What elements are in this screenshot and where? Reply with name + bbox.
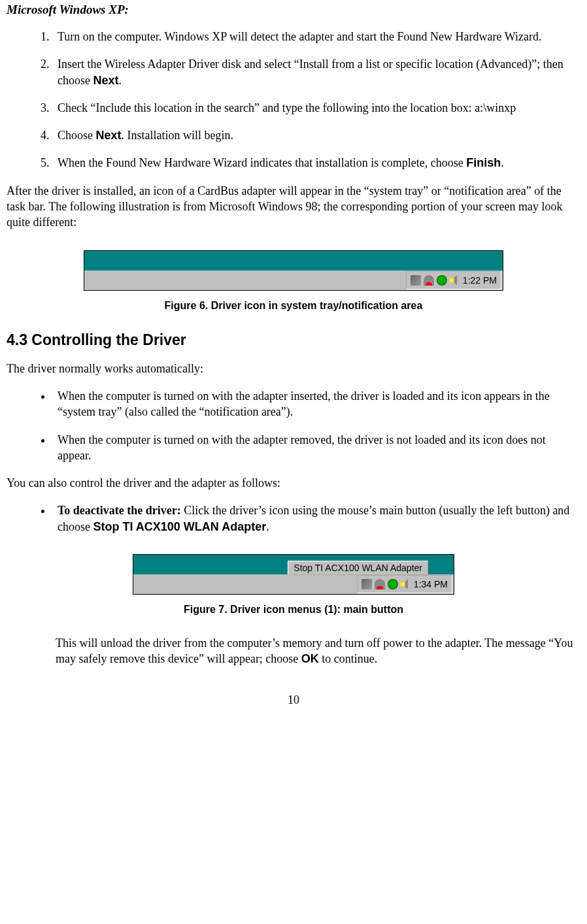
volume-icon bbox=[401, 579, 411, 589]
step-2-text-c: . bbox=[119, 74, 122, 87]
fig6-taskbar: 1:22 PM bbox=[84, 271, 503, 290]
bullet-removed: When the computer is turned on with the … bbox=[52, 432, 580, 464]
step-4-text-a: Choose bbox=[58, 129, 96, 142]
deactivate-lead: To deactivate the driver: bbox=[58, 504, 181, 517]
bullet-deactivate: To deactivate the driver: Click the driv… bbox=[52, 503, 580, 535]
figure-7-container: 1:34 PM Stop TI ACX100 WLAN Adapter bbox=[7, 554, 580, 595]
auto-paragraph: The driver normally works automatically: bbox=[7, 361, 580, 376]
deactivate-rest-c: . bbox=[266, 520, 269, 533]
step-2-next: Next bbox=[93, 74, 118, 87]
bullet-inserted-text: When the computer is turned on with the … bbox=[58, 389, 550, 418]
unload-ok: OK bbox=[301, 652, 319, 665]
cardbus-icon bbox=[411, 275, 421, 286]
step-5-text-c: . bbox=[501, 156, 504, 169]
step-1-text: Turn on the computer. Windows XP will de… bbox=[58, 30, 541, 43]
step-3: Check “Include this location in the sear… bbox=[52, 100, 580, 116]
cardbus-icon bbox=[361, 579, 372, 589]
figure-6-caption: Figure 6. Driver icon in system tray/not… bbox=[7, 300, 580, 312]
fig6-titlebar bbox=[84, 251, 503, 271]
fig7-context-menu: Stop TI ACX100 WLAN Adapter bbox=[288, 561, 428, 575]
fig7-clock: 1:34 PM bbox=[414, 579, 448, 589]
step-1: Turn on the computer. Windows XP will de… bbox=[52, 29, 580, 44]
step-5-text-a: When the Found New Hardware Wizard indic… bbox=[58, 156, 466, 169]
volume-icon bbox=[450, 275, 460, 286]
step-5: When the Found New Hardware Wizard indic… bbox=[52, 155, 580, 171]
unload-c: to continue. bbox=[319, 652, 377, 665]
install-steps: Turn on the computer. Windows XP will de… bbox=[7, 29, 580, 171]
section-4-3-heading: 4.3 Controlling the Driver bbox=[7, 331, 580, 349]
fig7-systray: 1:34 PM bbox=[357, 575, 452, 593]
fig7-taskbar: 1:34 PM bbox=[133, 574, 454, 594]
step-3-text: Check “Include this location in the sear… bbox=[58, 101, 516, 114]
page-number: 10 bbox=[7, 693, 580, 707]
unload-paragraph: This will unload the driver from the com… bbox=[56, 635, 580, 667]
step-4-next: Next bbox=[96, 129, 122, 142]
step-2: Insert the Wireless Adapter Driver disk … bbox=[52, 56, 580, 88]
os-heading: Microsoft Windows XP: bbox=[7, 3, 580, 17]
bullet-removed-text: When the computer is turned on with the … bbox=[58, 433, 546, 462]
step-5-finish: Finish bbox=[466, 156, 501, 169]
figure-6-container: 1:22 PM bbox=[7, 250, 580, 291]
step-4-text-c: . Installation will begin. bbox=[122, 129, 233, 142]
deactivate-stop-label: Stop TI ACX100 WLAN Adapter bbox=[93, 520, 266, 533]
step-4: Choose Next. Installation will begin. bbox=[52, 127, 580, 143]
figure-6-image: 1:22 PM bbox=[84, 250, 503, 291]
auto-bullets: When the computer is turned on with the … bbox=[7, 388, 580, 463]
fig6-systray: 1:22 PM bbox=[406, 271, 501, 289]
bullet-inserted: When the computer is turned on with the … bbox=[52, 388, 580, 420]
after-install-para: After the driver is installed, an icon o… bbox=[7, 183, 580, 231]
fig6-clock: 1:22 PM bbox=[463, 275, 497, 286]
network-icon bbox=[437, 275, 447, 286]
control-bullets: To deactivate the driver: Click the driv… bbox=[7, 503, 580, 535]
control-paragraph: You can also control the driver and the … bbox=[7, 475, 580, 491]
step-2-text-a: Insert the Wireless Adapter Driver disk … bbox=[58, 58, 563, 86]
network-icon bbox=[388, 579, 398, 589]
figure-7-caption: Figure 7. Driver icon menus (1): main bu… bbox=[7, 604, 580, 616]
signal-icon bbox=[424, 275, 434, 286]
signal-icon bbox=[375, 579, 385, 589]
